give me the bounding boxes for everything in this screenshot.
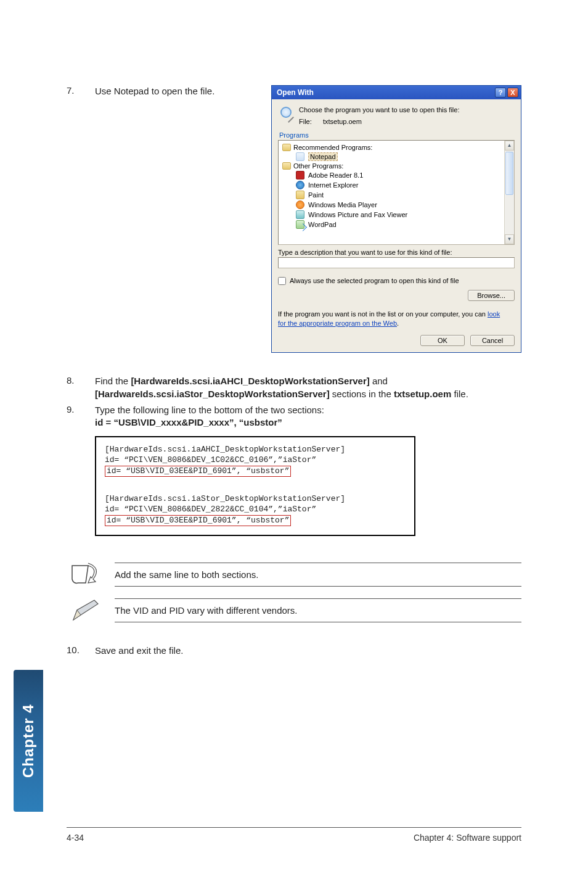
step-8-row: 8. Find the [HardwareIds.scsi.iaAHCI_Des…: [67, 375, 521, 400]
code-l1: [HardwareIds.scsi.iaAHCI_DesktopWorkstat…: [105, 445, 345, 454]
code-l5: id= “PCI\VEN_8086&DEV_2822&CC_0104”,”iaS…: [105, 505, 316, 514]
program-item-wmp[interactable]: Windows Media Player: [282, 200, 512, 210]
file-name: txtsetup.oem: [323, 118, 362, 125]
folder-icon: [282, 162, 291, 170]
step-text: Find the [HardwareIds.scsi.iaAHCI_Deskto…: [95, 375, 521, 400]
step-7-left: 7. Use Notepad to open the file.: [67, 85, 261, 101]
s9-line1: Type the following line to the bottom of…: [95, 404, 521, 416]
ie-icon: [296, 181, 304, 189]
step-9-row: 9. Type the following line to the bottom…: [67, 404, 521, 429]
code-l6: id= “USB\VID_03EE&PID_6901”, “usbstor”: [105, 515, 291, 527]
program-item-wordpad[interactable]: WordPad: [282, 220, 512, 229]
web-lookup-text: If the program you want is not in the li…: [278, 310, 515, 328]
program-label: Adobe Reader 8.1: [308, 171, 363, 179]
description-input[interactable]: [278, 257, 515, 268]
s8-post1: sections in the: [330, 389, 394, 399]
step-text: Use Notepad to open the file.: [95, 85, 261, 97]
step-text: Save and exit the file.: [95, 645, 521, 657]
note-icon: [67, 559, 104, 589]
link-post: .: [397, 320, 399, 327]
scroll-down-icon[interactable]: ▼: [505, 234, 514, 244]
program-item-adobe[interactable]: Adobe Reader 8.1: [282, 170, 512, 180]
cancel-button[interactable]: Cancel: [470, 335, 515, 346]
dialog-message: Choose the program you want to use to op…: [278, 104, 515, 130]
step-7-row: 7. Use Notepad to open the file. Open Wi…: [67, 85, 521, 353]
note-2: The VID and PID vary with different vend…: [67, 595, 521, 625]
step-number: 9.: [67, 404, 95, 415]
note-text: Add the same line to both sections.: [115, 563, 521, 587]
step-text: Type the following line to the bottom of…: [95, 404, 521, 429]
s8-b1: [HardwareIds.scsi.iaAHCI_DesktopWorkstat…: [131, 376, 369, 386]
look-link-1[interactable]: look: [488, 310, 500, 318]
wmp-icon: [296, 200, 304, 209]
open-with-dialog: Open With ? X Choose the program you wan…: [271, 85, 521, 353]
s9-line2: id = “USB\VID_xxxx&PID_xxxx”, “usbstor”: [95, 416, 521, 429]
program-item-ie[interactable]: Internet Explorer: [282, 180, 512, 190]
paint-icon: [296, 191, 304, 199]
group-other-label: Other Programs:: [293, 162, 343, 170]
browse-button[interactable]: Browse...: [468, 290, 515, 301]
page-number: 4-34: [67, 833, 84, 843]
code-block: [HardwareIds.scsi.iaAHCI_DesktopWorkstat…: [95, 436, 415, 536]
program-label: Notepad: [308, 152, 338, 161]
adobe-icon: [296, 171, 304, 179]
s8-b2: [HardwareIds.scsi.iaStor_DesktopWorkstat…: [95, 389, 330, 399]
file-label: File:: [299, 118, 312, 125]
program-item-picview[interactable]: Windows Picture and Fax Viewer: [282, 210, 512, 220]
step-number: 7.: [67, 85, 95, 96]
footer-title: Chapter 4: Software support: [414, 833, 521, 843]
help-icon[interactable]: ?: [495, 88, 506, 97]
program-label: WordPad: [308, 221, 337, 228]
chapter-tab: Chapter 4: [14, 670, 43, 812]
s8-b3: txtsetup.oem: [394, 389, 451, 399]
picview-icon: [296, 210, 304, 219]
program-item-notepad[interactable]: Notepad: [282, 152, 512, 162]
group-recommended-label: Recommended Programs:: [293, 144, 372, 151]
program-label: Paint: [308, 191, 324, 199]
folder-icon: [282, 144, 291, 151]
page-footer: 4-34 Chapter 4: Software support: [67, 827, 521, 843]
scroll-thumb[interactable]: [505, 152, 513, 195]
s8-pre: Find the: [95, 376, 131, 386]
page: 7. Use Notepad to open the file. Open Wi…: [0, 0, 588, 887]
look-link-2[interactable]: for the appropriate program on the Web: [278, 320, 397, 327]
program-item-paint[interactable]: Paint: [282, 190, 512, 200]
step-number: 10.: [67, 645, 95, 655]
s8-post2: file.: [451, 389, 468, 399]
scroll-up-icon[interactable]: ▲: [505, 141, 514, 151]
ok-button[interactable]: OK: [420, 335, 465, 346]
program-label: Internet Explorer: [308, 181, 358, 189]
code-l2: id= “PCI\VEN_8086&DEV_1C02&CC_0106”,”iaS…: [105, 455, 316, 464]
scrollbar[interactable]: ▲ ▼: [504, 141, 514, 244]
note-text: The VID and PID vary with different vend…: [115, 598, 521, 622]
close-icon[interactable]: X: [507, 88, 518, 97]
dialog-body: Choose the program you want to use to op…: [272, 99, 521, 352]
dialog-titlebar[interactable]: Open With ? X: [272, 86, 521, 99]
wordpad-icon: [296, 220, 304, 229]
program-label: Windows Media Player: [308, 201, 377, 208]
program-label: Windows Picture and Fax Viewer: [308, 211, 407, 218]
code-l4: [HardwareIds.scsi.iaStor_DesktopWorkstat…: [105, 494, 345, 503]
dialog-title: Open With: [277, 88, 314, 97]
magnifier-icon: [279, 105, 294, 120]
open-with-dialog-wrapper: Open With ? X Choose the program you wan…: [271, 85, 521, 353]
programs-label: Programs: [279, 131, 515, 139]
s8-mid: and: [370, 376, 388, 386]
notepad-icon: [296, 152, 304, 161]
description-label: Type a description that you want to use …: [278, 249, 515, 256]
step-number: 8.: [67, 375, 95, 386]
group-other: Other Programs:: [282, 162, 512, 170]
program-list[interactable]: Recommended Programs: Notepad Other Prog…: [278, 140, 515, 245]
pencil-icon: [67, 595, 104, 625]
code-l3: id= “USB\VID_03EE&PID_6901”, “usbstor”: [105, 466, 291, 477]
note-1: Add the same line to both sections.: [67, 559, 521, 589]
link-pre: If the program you want is not in the li…: [278, 310, 488, 318]
always-use-label: Always use the selected program to open …: [290, 277, 459, 284]
step-10-row: 10. Save and exit the file.: [67, 645, 521, 657]
group-recommended: Recommended Programs:: [282, 143, 512, 152]
dialog-prompt: Choose the program you want to use to op…: [299, 105, 460, 115]
always-use-checkbox[interactable]: [278, 277, 286, 285]
